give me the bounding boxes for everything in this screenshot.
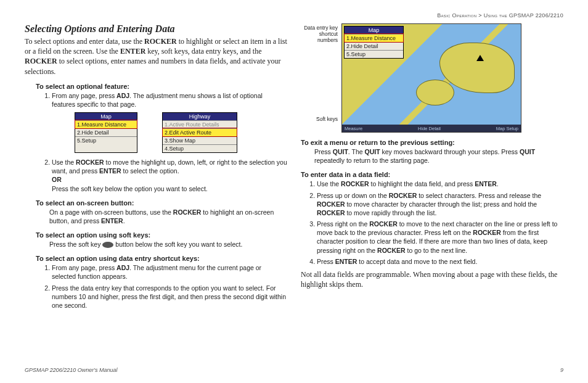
menu-highway: Highway 1.Active Route Details 2.Edit Ac… (162, 112, 237, 153)
softkey-label: Hide Detail (418, 126, 441, 131)
figure-map-screenshot: Map 1.Measure Distance 2.Hide Detail 5.S… (341, 23, 521, 133)
heading-select-softkeys: To select an option using soft keys: (36, 231, 287, 239)
menu-row-selected: 1.Measure Distance (345, 34, 403, 42)
callout-soft-keys: Soft keys (316, 116, 338, 122)
intro-paragraph: To select options and enter data, use th… (25, 36, 287, 76)
right-column: Data entry key shortcut numbers Soft key… (301, 23, 563, 313)
list-item: Press right on the ROCKER to move to the… (317, 220, 563, 255)
page-footer: GPSMAP 2206/2210 Owner's Manual 9 (25, 367, 563, 373)
bc-sub: Using the GPSMAP 2206/2210 (484, 12, 563, 19)
page-number: 9 (560, 367, 563, 373)
north-arrow-icon (476, 55, 484, 61)
softkey-oval-icon (102, 242, 113, 248)
menu-row: 3.Show Map (163, 136, 237, 144)
menu-row-selected: 1.Measure Distance (75, 120, 137, 128)
figure-adjustment-menus: Map 1.Measure Distance 2.Hide Detail 5.S… (25, 112, 287, 153)
callout-data-entry-keys: Data entry key shortcut numbers (301, 25, 338, 44)
list-item: Press ENTER to accept data and move to t… (317, 257, 563, 266)
list-item: From any page, press ADJ. The adjustment… (52, 263, 287, 281)
left-column: Selecting Options and Entering Data To s… (25, 23, 287, 313)
heading-select-optional-feature: To select an optional feature: (36, 83, 287, 90)
menu-highway-title: Highway (163, 113, 237, 120)
heading-exit-menu: To exit a menu or return to the previous… (301, 139, 563, 146)
heading-enter-data: To enter data in a data field: (301, 171, 563, 178)
menu-row: 5.Setup (345, 50, 403, 58)
body-select-softkeys: Press the soft key button below the soft… (49, 240, 287, 249)
menu-row: 1.Active Route Details (163, 120, 237, 128)
heading-select-onscreen-button: To select an on-screen button: (36, 199, 287, 207)
menu-row: 4.Setup (163, 144, 237, 152)
map-overlay-menu: Map 1.Measure Distance 2.Hide Detail 5.S… (344, 26, 404, 59)
footer-manual-title: GPSMAP 2206/2210 Owner's Manual (25, 367, 117, 373)
menu-row: 2.Hide Detail (345, 42, 403, 50)
bc-section: Basic Operation (437, 12, 476, 19)
heading-data-entry-shortcuts: To select an option using data entry sho… (36, 255, 287, 262)
footnote-nonprogrammable-fields: Not all data fields are programmable. Wh… (301, 270, 563, 289)
list-item: Use the ROCKER to move the highlight up,… (52, 158, 287, 193)
list-item: From any page, press ADJ. The adjustment… (52, 91, 287, 109)
breadcrumb: Basic Operation > Using the GPSMAP 2206/… (25, 12, 563, 19)
menu-map-title: Map (345, 27, 403, 34)
body-select-onscreen-button: On a page with on-screen buttons, use th… (49, 208, 287, 225)
list-item: Press up or down on the ROCKER to select… (317, 191, 563, 218)
softkey-label: Map Setup (496, 126, 518, 131)
menu-map: Map 1.Measure Distance 2.Hide Detail 5.S… (75, 112, 137, 153)
list-item: Press the data entry key that correspond… (52, 284, 287, 310)
menu-row-selected: 2.Edit Active Route (163, 128, 237, 136)
list-item: Use the ROCKER to highlight the data fie… (317, 179, 563, 188)
menu-row: 2.Hide Detail (75, 128, 137, 136)
menu-row: 5.Setup (75, 136, 137, 144)
softkey-label: Measure (345, 126, 362, 131)
softkey-bar: Measure Hide Detail Map Setup (342, 125, 521, 132)
page-title: Selecting Options and Entering Data (25, 23, 287, 35)
body-exit-menu: Press QUIT. The QUIT key moves backward … (314, 147, 563, 165)
menu-map-title: Map (75, 113, 137, 120)
